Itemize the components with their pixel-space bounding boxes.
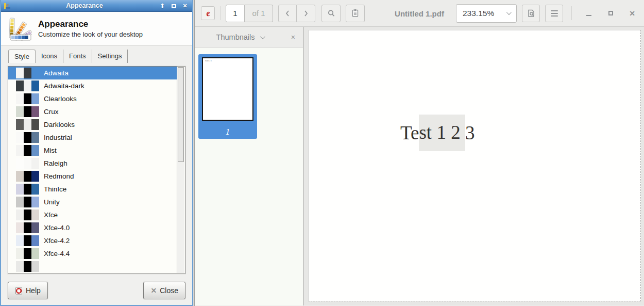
theme-label: Adwaita — [44, 69, 69, 77]
theme-label: Darklooks — [44, 121, 75, 128]
note-icon — [351, 9, 359, 18]
close-window-icon[interactable]: ✕ — [180, 1, 190, 10]
theme-swatch-icon — [16, 158, 39, 169]
document-text-line: Test 1 2 3 — [400, 119, 474, 146]
theme-row-xfce-4.4[interactable]: Xfce-4.4 — [8, 247, 177, 260]
view-options-button[interactable] — [522, 5, 540, 22]
theme-row-redmond[interactable]: Redmond — [8, 170, 177, 183]
theme-row-industrial[interactable]: Industrial — [8, 131, 177, 144]
theme-row-xfce[interactable]: Xfce — [8, 208, 177, 221]
theme-row-xfce-4.0[interactable]: Xfce-4.0 — [8, 221, 177, 234]
zoom-level-select[interactable]: 233.15% — [456, 4, 517, 23]
evince-logo-icon: e — [205, 8, 211, 18]
toolbar-separator — [571, 6, 572, 20]
theme-swatch-icon — [16, 171, 39, 182]
theme-row-thinice[interactable]: ThinIce — [8, 183, 177, 196]
theme-swatch-icon — [16, 119, 39, 130]
menu-button[interactable] — [545, 5, 563, 22]
thumbnail-page-number: 1 — [198, 127, 257, 137]
close-icon[interactable]: ✕ — [629, 10, 636, 17]
search-icon — [327, 9, 335, 18]
sidebar-header: Thumbnails × — [195, 27, 303, 48]
page-number-input[interactable]: 1 — [226, 5, 245, 22]
previous-page-button[interactable] — [278, 5, 297, 22]
help-button[interactable]: Help — [8, 282, 48, 299]
theme-swatch-icon — [16, 261, 39, 272]
window-controls: ✕ — [585, 10, 638, 17]
chevron-down-icon — [506, 10, 512, 15]
theme-label: Xfce — [44, 211, 58, 219]
theme-label: Industrial — [44, 134, 72, 141]
theme-swatch-icon — [16, 106, 39, 117]
page-navigation-entry: 1 of 1 — [226, 5, 273, 22]
theme-swatch-icon — [16, 184, 39, 195]
close-button[interactable]: ✕ Close — [143, 282, 185, 299]
theme-label: Xfce-4.4 — [44, 250, 70, 257]
theme-list-frame: AdwaitaAdwaita-darkClearlooksCruxDarkloo… — [8, 66, 185, 274]
theme-row-partial[interactable] — [8, 260, 177, 273]
theme-row-unity[interactable]: Unity — [8, 196, 177, 208]
text-run: 3 — [465, 122, 475, 144]
pdf-viewer-window: e 1 of 1 — [194, 0, 644, 306]
desktop: Appearance ⬆ ✕ — [0, 0, 644, 306]
theme-swatch-icon — [16, 93, 39, 104]
theme-row-raleigh[interactable]: Raleigh — [8, 157, 177, 170]
theme-row-crux[interactable]: Crux — [8, 105, 177, 118]
document-view: Test 1 2 3 — [303, 27, 644, 305]
thumbnail-page-preview: Test 1 2 3 — [202, 57, 253, 121]
theme-list-scrollbar[interactable] — [177, 67, 184, 273]
sidebar-panel-label: Thumbnails — [216, 33, 255, 41]
theme-row-darklooks[interactable]: Darklooks — [8, 118, 177, 131]
page-subtitle: Customize the look of your desktop — [38, 30, 143, 38]
minimize-icon[interactable] — [585, 10, 592, 17]
window-title: Appearance — [13, 2, 156, 9]
pdf-toolbar: e 1 of 1 — [195, 0, 644, 27]
theme-swatch-icon — [16, 80, 39, 91]
theme-label: Xfce-4.2 — [44, 237, 70, 245]
tab-bar: Style Icons Fonts Settings — [1, 46, 192, 63]
page-thumbnail[interactable]: Test 1 2 3 1 — [198, 54, 257, 139]
zoom-level-value: 233.15% — [463, 9, 494, 18]
theme-swatch-icon — [16, 132, 39, 143]
appearance-app-icon — [4, 2, 11, 10]
toolbar-separator — [220, 6, 221, 20]
shade-window-icon[interactable]: ⬆ — [158, 1, 167, 10]
maximize-window-icon[interactable] — [169, 1, 178, 10]
sidebar-close-icon[interactable]: × — [291, 33, 295, 41]
theme-swatch-icon — [16, 197, 39, 207]
app-logo-button[interactable]: e — [201, 6, 215, 20]
theme-label: Mist — [44, 147, 57, 154]
theme-swatch-icon — [16, 248, 39, 259]
theme-label: Clearlooks — [44, 95, 77, 103]
page-zoom-icon — [527, 9, 535, 18]
document-page[interactable]: Test 1 2 3 — [308, 30, 641, 301]
page-title: Appearance — [38, 19, 143, 29]
scrollbar-thumb[interactable] — [178, 67, 184, 162]
theme-label: ThinIce — [44, 185, 66, 193]
hamburger-icon — [551, 10, 558, 17]
appearance-titlebar[interactable]: Appearance ⬆ ✕ — [1, 0, 192, 12]
next-page-button[interactable] — [297, 5, 315, 22]
tab-fonts[interactable]: Fonts — [63, 50, 92, 63]
help-button-label: Help — [26, 286, 41, 295]
tab-settings[interactable]: Settings — [92, 50, 128, 63]
maximize-icon[interactable] — [607, 10, 614, 17]
theme-row-clearlooks[interactable]: Clearlooks — [8, 92, 177, 105]
thumbnails-sidebar: Thumbnails × Test 1 2 3 1 — [195, 27, 303, 305]
chevron-down-icon — [260, 34, 265, 39]
theme-row-adwaita-dark[interactable]: Adwaita-dark — [8, 79, 177, 92]
theme-row-mist[interactable]: Mist — [8, 144, 177, 157]
theme-row-xfce-4.2[interactable]: Xfce-4.2 — [8, 234, 177, 247]
search-button[interactable] — [321, 5, 341, 22]
tab-style[interactable]: Style — [8, 50, 36, 63]
page-count-label: of 1 — [245, 5, 273, 22]
chevron-right-icon — [303, 10, 309, 17]
document-title: Untitled 1.pdf — [395, 0, 444, 27]
tab-icons[interactable]: Icons — [36, 50, 63, 63]
theme-row-adwaita[interactable]: Adwaita — [8, 67, 177, 79]
sidebar-panel-select[interactable]: Thumbnails — [216, 33, 264, 41]
annotations-button[interactable] — [346, 5, 365, 22]
theme-swatch-icon — [16, 235, 39, 246]
appearance-swatch-icon — [6, 17, 32, 41]
theme-swatch-icon — [16, 68, 39, 78]
